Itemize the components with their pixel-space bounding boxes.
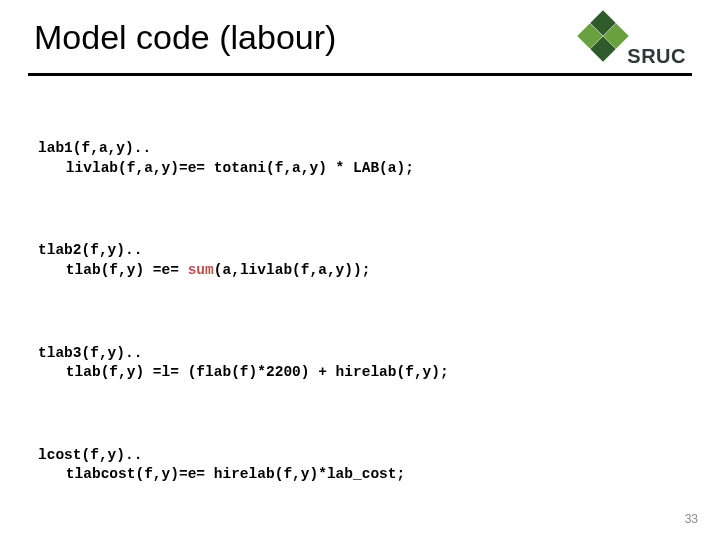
code-text: tlab(f,y) =e= [66,262,188,278]
code-line: lcost(f,y).. [38,447,142,463]
code-highlight-sum: sum [188,262,214,278]
code-line: tlab(f,y) =l= (flab(f)*2200) + hirelab(f… [38,363,449,383]
code-line: tlabcost(f,y)=e= hirelab(f,y)*lab_cost; [38,465,405,485]
code-block-1: lab1(f,a,y).. livlab(f,a,y)=e= totani(f,… [38,139,682,178]
code-text: (a,livlab(f,a,y)); [214,262,371,278]
sruc-logo: SRUC [576,14,686,70]
code-block-4: lcost(f,y).. tlabcost(f,y)=e= hirelab(f,… [38,446,682,485]
code-line: lab1(f,a,y).. [38,140,151,156]
code-block-3: tlab3(f,y).. tlab(f,y) =l= (flab(f)*2200… [38,344,682,383]
code-line: tlab(f,y) =e= sum(a,livlab(f,a,y)); [38,261,370,281]
logo-text: SRUC [627,45,686,68]
code-line: tlab2(f,y).. [38,242,142,258]
page-number: 33 [685,512,698,526]
slide: Model code (labour) SRUC lab1(f,a,y).. l… [0,0,720,540]
code-line: tlab3(f,y).. [38,345,142,361]
slide-header: Model code (labour) SRUC [0,0,720,63]
code-content: lab1(f,a,y).. livlab(f,a,y)=e= totani(f,… [0,76,720,540]
code-line: livlab(f,a,y)=e= totani(f,a,y) * LAB(a); [38,159,414,179]
code-block-2: tlab2(f,y).. tlab(f,y) =e= sum(a,livlab(… [38,241,682,280]
